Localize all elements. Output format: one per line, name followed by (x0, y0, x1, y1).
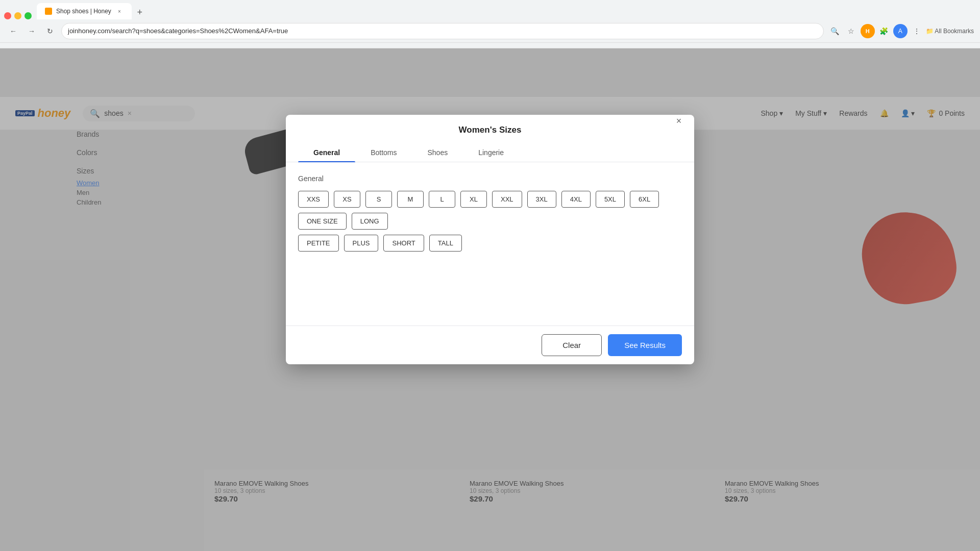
forward-btn[interactable]: → (24, 24, 39, 38)
size-3xl[interactable]: 3XL (527, 191, 556, 208)
honey-extension-icon[interactable]: H (861, 24, 875, 38)
tab-bottoms[interactable]: Bottoms (355, 143, 412, 162)
size-grid: XXS XS S M L XL XXL 3XL 4XL 5XL 6XL ONE … (298, 191, 682, 252)
modal-footer: Clear See Results (286, 325, 694, 364)
tab-general[interactable]: General (298, 143, 355, 162)
modal-close-btn[interactable]: × (672, 115, 686, 128)
modal-backdrop: Women's Sizes × General Bottoms Shoes Li… (0, 48, 980, 551)
user-icon[interactable]: A (893, 24, 908, 38)
window-maximize-btn[interactable] (24, 12, 32, 19)
browser-chrome: Shop shoes | Honey × + ← → ↻ joinhoney.c… (0, 0, 980, 48)
search-icon[interactable]: 🔍 (828, 24, 842, 38)
size-tall[interactable]: TALL (429, 235, 462, 252)
see-results-button[interactable]: See Results (608, 334, 682, 356)
browser-toolbar: ← → ↻ joinhoney.com/search?q=shoes&categ… (0, 19, 980, 43)
modal-body: General XXS XS S M L XL XXL 3XL 4XL 5XL … (286, 162, 694, 325)
section-general-label: General (298, 174, 682, 183)
modal-tabs: General Bottoms Shoes Lingerie (286, 143, 694, 162)
size-m[interactable]: M (397, 191, 424, 208)
tab-close-btn[interactable]: × (115, 7, 124, 15)
tab-bar: Shop shoes | Honey × + (0, 0, 980, 19)
bookmark-icon[interactable]: ☆ (844, 24, 859, 38)
toolbar-actions: 🔍 ☆ H 🧩 A ⋮ 📁 All Bookmarks (828, 24, 974, 38)
size-one-size[interactable]: ONE SIZE (298, 213, 347, 230)
tab-title: Shop shoes | Honey (56, 8, 111, 15)
tab-shoes[interactable]: Shoes (412, 143, 463, 162)
refresh-btn[interactable]: ↻ (43, 24, 57, 38)
modal-title: Women's Sizes (459, 125, 522, 135)
bookmarks-btn[interactable]: 📁 All Bookmarks (926, 28, 974, 35)
size-4xl[interactable]: 4XL (561, 191, 591, 208)
url-text: joinhoney.com/search?q=shoes&categories=… (68, 27, 288, 35)
window-minimize-btn[interactable] (14, 12, 21, 19)
size-s[interactable]: S (365, 191, 392, 208)
modal-header: Women's Sizes × (286, 115, 694, 135)
extensions-icon[interactable]: 🧩 (877, 24, 891, 38)
size-xxl[interactable]: XXL (492, 191, 522, 208)
window-close-btn[interactable] (4, 12, 11, 19)
size-6xl[interactable]: 6XL (630, 191, 659, 208)
back-btn[interactable]: ← (6, 24, 20, 38)
size-plus[interactable]: PLUS (344, 235, 379, 252)
size-short[interactable]: SHORT (383, 235, 424, 252)
tab-favicon (45, 8, 52, 15)
size-xs[interactable]: XS (334, 191, 360, 208)
size-5xl[interactable]: 5XL (596, 191, 625, 208)
tab-lingerie[interactable]: Lingerie (463, 143, 519, 162)
size-l[interactable]: L (429, 191, 455, 208)
size-long[interactable]: LONG (352, 213, 388, 230)
size-petite[interactable]: PETITE (298, 235, 339, 252)
address-bar[interactable]: joinhoney.com/search?q=shoes&categories=… (61, 23, 824, 39)
clear-button[interactable]: Clear (542, 334, 602, 356)
womens-sizes-modal: Women's Sizes × General Bottoms Shoes Li… (286, 115, 694, 364)
size-xl[interactable]: XL (460, 191, 487, 208)
new-tab-btn[interactable]: + (133, 5, 147, 19)
browser-tab[interactable]: Shop shoes | Honey × (37, 3, 132, 19)
menu-icon[interactable]: ⋮ (910, 24, 924, 38)
size-xxs[interactable]: XXS (298, 191, 329, 208)
